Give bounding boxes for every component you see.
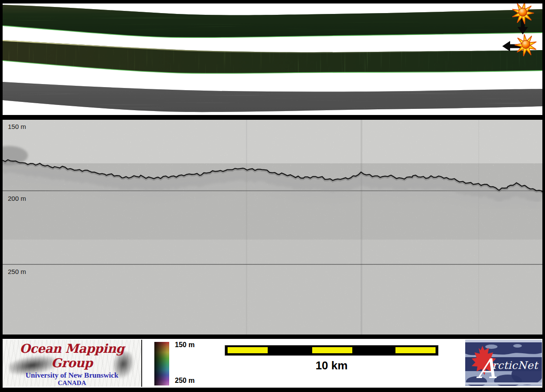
survey-figure: { "top_panel": { "swaths": [ {"name": "b… — [0, 0, 545, 392]
map-scale-bar — [225, 345, 438, 355]
water-column-streak — [478, 120, 479, 335]
depth-colorbar — [154, 342, 169, 385]
omg-university: University of New Brunswick — [3, 371, 141, 380]
colorbar-min-label: 150 m — [175, 341, 205, 349]
water-column-streak — [246, 120, 247, 335]
scale-bar-segment — [228, 347, 268, 353]
starburst-core — [522, 41, 530, 49]
footer-panel: Ocean Mapping Group University of New Br… — [3, 339, 542, 388]
arcticnet-logo-art: A rcticNet — [465, 340, 542, 386]
depth-tick-150m: 150 m — [8, 123, 26, 130]
left-arrow-head — [502, 41, 510, 51]
scale-bar-segment — [312, 347, 352, 353]
subbottom-profile — [3, 120, 542, 335]
arcticnet-logo: A rcticNet — [465, 340, 542, 386]
arcticnet-wordmark: rcticNet — [492, 359, 538, 372]
starburst-core — [519, 8, 527, 17]
deep-noise-band — [3, 240, 542, 335]
omg-title: Ocean Mapping Group — [3, 341, 141, 370]
scale-bar-label: 10 km — [225, 359, 438, 372]
bathymetry-swath-middle — [3, 38, 542, 76]
scale-bar-segment — [395, 347, 436, 353]
swath-mosaic — [3, 3, 542, 115]
subbottom-profile-panel: 150 m 200 m 250 m — [3, 120, 542, 335]
ocean-mapping-group-logo: Ocean Mapping Group University of New Br… — [3, 340, 142, 387]
arctic-map-island — [513, 344, 522, 348]
bathymetry-swath-upper — [3, 3, 542, 41]
depth-tick-250m: 250 m — [8, 268, 26, 275]
swath-mosaic-panel — [3, 3, 542, 115]
backscatter-swath — [3, 80, 542, 114]
depth-tick-200m: 200 m — [8, 195, 26, 202]
omg-country: CANADA — [3, 379, 141, 387]
arctic-map-island — [485, 345, 497, 349]
water-column-streak — [361, 120, 362, 335]
colorbar-max-label: 250 m — [175, 377, 205, 385]
